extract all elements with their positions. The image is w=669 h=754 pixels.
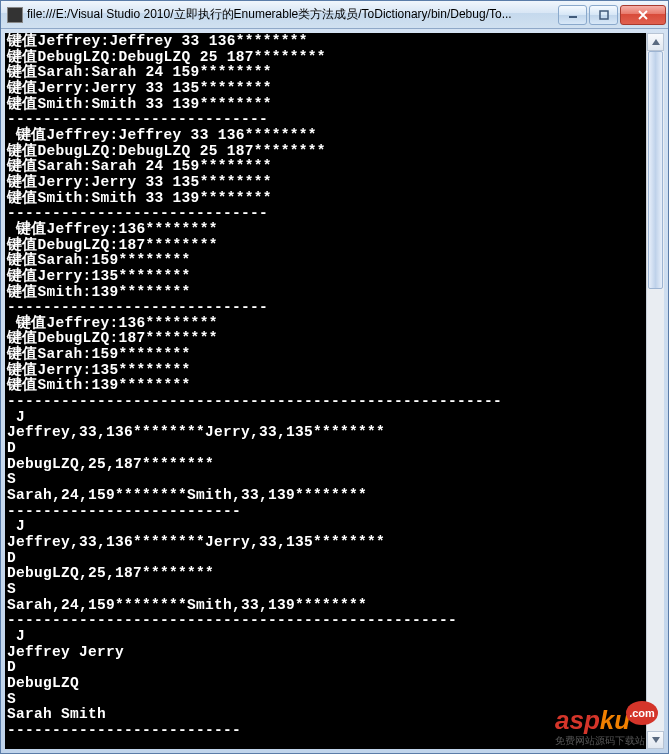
scroll-thumb[interactable] bbox=[648, 51, 663, 289]
titlebar: file:///E:/Visual Studio 2010/立即执行的Enume… bbox=[1, 1, 668, 29]
console-output: 键值Jeffrey:Jeffrey 33 136******** 键值Debug… bbox=[5, 33, 646, 749]
window-title: file:///E:/Visual Studio 2010/立即执行的Enume… bbox=[27, 6, 556, 23]
svg-rect-0 bbox=[569, 16, 577, 18]
maximize-button[interactable] bbox=[589, 5, 618, 25]
chevron-up-icon bbox=[652, 39, 660, 45]
close-icon bbox=[637, 10, 649, 20]
console-window: file:///E:/Visual Studio 2010/立即执行的Enume… bbox=[0, 0, 669, 754]
scroll-track[interactable] bbox=[647, 51, 664, 731]
maximize-icon bbox=[599, 10, 609, 20]
scroll-down-button[interactable] bbox=[647, 731, 664, 749]
svg-rect-1 bbox=[600, 11, 608, 19]
client-area: 键值Jeffrey:Jeffrey 33 136******** 键值Debug… bbox=[1, 29, 668, 753]
minimize-icon bbox=[568, 10, 578, 20]
window-controls bbox=[556, 5, 666, 25]
minimize-button[interactable] bbox=[558, 5, 587, 25]
close-button[interactable] bbox=[620, 5, 666, 25]
vertical-scrollbar[interactable] bbox=[646, 33, 664, 749]
scroll-up-button[interactable] bbox=[647, 33, 664, 51]
chevron-down-icon bbox=[652, 737, 660, 743]
app-icon bbox=[7, 7, 23, 23]
